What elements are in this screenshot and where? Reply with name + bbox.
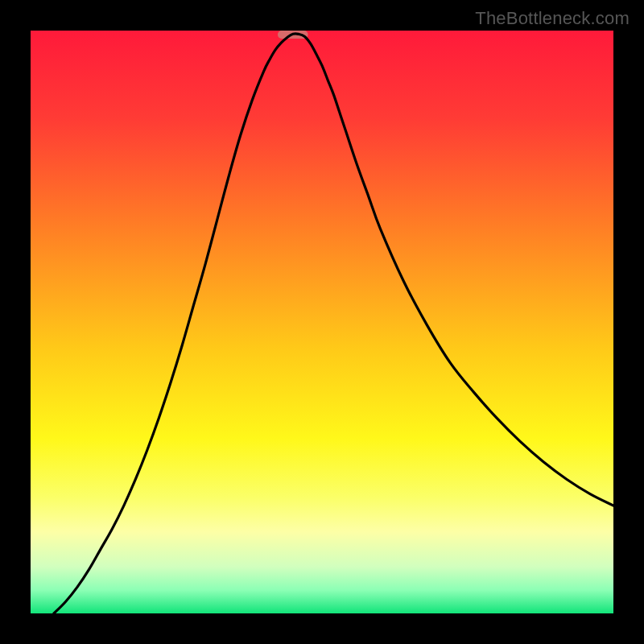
bottleneck-chart — [31, 31, 613, 613]
plot-area — [31, 31, 613, 613]
chart-frame: TheBottleneck.com — [0, 0, 644, 644]
gradient-background — [31, 31, 613, 613]
watermark-text: TheBottleneck.com — [475, 8, 630, 29]
